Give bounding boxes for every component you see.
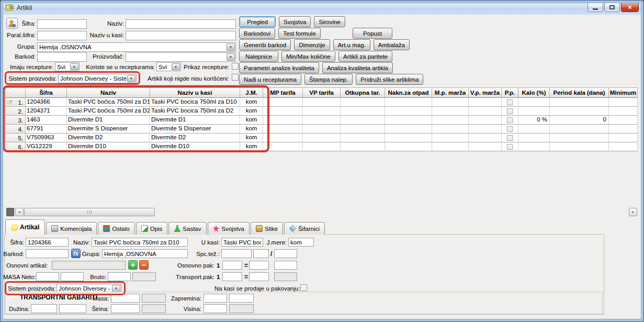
cell-sifra[interactable]: 1463 [26, 116, 67, 125]
cell-vp-marza[interactable] [469, 107, 502, 116]
spctez-input-2[interactable] [253, 249, 269, 258]
generisi-barkod-button[interactable]: Generiši barkod [239, 39, 291, 50]
cell-mp-tarifa[interactable] [263, 116, 303, 125]
detail-jmere-input[interactable] [288, 238, 314, 247]
detail-ukasi-input[interactable] [221, 238, 263, 247]
cell-nakn-za-otpad[interactable] [385, 134, 432, 142]
column-header[interactable]: M.p. marža [432, 88, 469, 98]
chevron-down-icon[interactable]: ▼ [127, 75, 135, 82]
cell-mp-marza[interactable] [432, 116, 469, 125]
cell-kalo[interactable] [518, 125, 550, 134]
cell-jm[interactable]: kom [240, 125, 263, 134]
cell-mp-marza[interactable] [432, 134, 469, 142]
spctez-input-3[interactable] [274, 249, 297, 258]
chevron-down-icon[interactable]: ▼ [227, 43, 235, 51]
cell-naziv-u-kasi[interactable]: Divermite S Dispenser [150, 125, 240, 134]
cell-minimum[interactable] [609, 125, 638, 134]
table-row[interactable]: 5. V7509963 Divermite D2 Divermite D2 ko… [6, 134, 638, 142]
cell-otkupna-tar[interactable] [341, 134, 385, 142]
prikaz-recepture-checkbox[interactable] [232, 63, 239, 70]
cell-otkupna-tar[interactable] [341, 116, 385, 125]
proizvodjac-combobox[interactable]: ▼ [126, 52, 236, 62]
masa-input-2[interactable] [142, 294, 166, 303]
tab[interactable]: Artikal [5, 219, 45, 235]
pp-checkbox[interactable] [507, 144, 513, 150]
cell-naziv[interactable]: Divermite S Dispenser [67, 125, 150, 134]
masa-neto-input-2[interactable] [61, 272, 84, 281]
tab[interactable]: Sastav [168, 222, 206, 235]
visina-input[interactable] [204, 304, 227, 313]
detail-grupa-input[interactable] [102, 249, 188, 258]
table-row[interactable]: 2. 1204371 Taski PVC bočica 750ml za D2 … [6, 107, 638, 116]
cell-sifra[interactable]: VG12229 [26, 142, 67, 151]
pridruzi-slike-button[interactable]: Pridruži slike artiklima [356, 74, 423, 85]
chevron-down-icon[interactable]: ▼ [70, 63, 78, 70]
column-header[interactable]: VP tarifa [303, 88, 341, 98]
detail-naziv-input[interactable] [92, 238, 188, 247]
cell-jm[interactable]: kom [240, 142, 263, 151]
row-selector-cell[interactable]: 2. [6, 107, 26, 116]
cell-otkupna-tar[interactable] [341, 125, 385, 134]
cell-naziv[interactable]: Taski PVC bočica 750ml za D10 [67, 98, 150, 107]
cell-mp-marza[interactable] [432, 125, 469, 134]
table-row[interactable]: ☞1. 1204366 Taski PVC bočica 750ml za D1… [6, 98, 638, 107]
cell-minimum[interactable] [609, 98, 638, 107]
na-kasi-checkbox[interactable] [300, 284, 307, 291]
sifra-filter-input[interactable] [37, 19, 87, 29]
imaju-recepture-combobox[interactable]: Svi ▼ [55, 62, 80, 71]
cell-mp-tarifa[interactable] [263, 125, 303, 134]
cell-kalo[interactable] [518, 142, 550, 151]
column-header[interactable]: Minimum [609, 88, 638, 98]
cell-jm[interactable]: kom [240, 116, 263, 125]
cell-minimum[interactable] [609, 142, 638, 151]
row-selector-cell[interactable]: 3. [6, 116, 26, 125]
ambalaza-button[interactable]: Ambalaža [374, 39, 410, 50]
cell-vp-marza[interactable] [469, 116, 502, 125]
column-header[interactable]: Kalo (%) [518, 88, 550, 98]
cell-sifra[interactable]: 1204366 [26, 98, 67, 107]
pp-checkbox[interactable] [507, 126, 513, 132]
pregled-button[interactable]: Pregled [239, 16, 276, 27]
column-header[interactable] [6, 88, 26, 98]
cell-naziv-u-kasi[interactable]: Taski PVC bocica 750ml za D10 [150, 98, 240, 107]
cell-otkupna-tar[interactable] [341, 98, 385, 107]
test-formule-button[interactable]: Test formule [278, 28, 321, 39]
cell-vp-tarifa[interactable] [303, 134, 341, 142]
splitter-handle[interactable] [6, 208, 14, 216]
cell-nakn-za-otpad[interactable] [385, 142, 432, 151]
masa-neto-input-1[interactable] [36, 272, 59, 281]
cell-naziv-u-kasi[interactable]: Taski PVC bocica 750ml za D2 [150, 107, 240, 116]
transport-pak-input-2[interactable] [249, 272, 269, 281]
cell-vp-tarifa[interactable] [303, 142, 341, 151]
cell-vp-marza[interactable] [469, 125, 502, 134]
remove-button[interactable]: − [139, 260, 149, 270]
cell-kalo[interactable] [518, 98, 550, 107]
minmax-kolicine-button[interactable]: Min/Max količine [281, 51, 335, 62]
add-button[interactable]: + [128, 260, 138, 270]
sirina-input-2[interactable] [142, 304, 166, 313]
close-button[interactable]: × [621, 2, 639, 12]
scroll-left-button[interactable]: ◄ [15, 208, 24, 216]
pp-checkbox[interactable] [507, 135, 513, 141]
transport-pak-input-3[interactable] [274, 272, 297, 281]
cell-vp-tarifa[interactable] [303, 116, 341, 125]
parametri-analize-button[interactable]: Parametri analize kvaliteta [239, 62, 319, 73]
sirina-input[interactable] [111, 304, 140, 313]
column-header[interactable]: Nakn.za otpad [385, 88, 432, 98]
cell-jm[interactable]: kom [240, 134, 263, 142]
column-header[interactable]: V.p. marža [469, 88, 502, 98]
bruto-input[interactable] [108, 272, 131, 281]
column-header[interactable]: Period kala (dana) [550, 88, 609, 98]
column-header[interactable]: MP tarifa [263, 88, 303, 98]
grupa-combobox[interactable]: Hemija ,OSNOVNA ▼ [37, 42, 236, 52]
cell-naziv[interactable]: Taski PVC bočica 750ml za D2 [67, 107, 150, 116]
tab[interactable]: Šifarnici [284, 222, 325, 235]
osnovno-pak-input-3[interactable] [274, 261, 297, 270]
cell-pp[interactable] [502, 142, 518, 151]
cell-vp-marza[interactable] [469, 98, 502, 107]
dimenzije-button[interactable]: Dimenzije [294, 39, 330, 50]
cell-mp-marza[interactable] [432, 142, 469, 151]
cell-kalo[interactable] [518, 134, 550, 142]
cell-jm[interactable]: kom [240, 98, 263, 107]
osnovno-pak-input-1[interactable] [222, 261, 242, 270]
